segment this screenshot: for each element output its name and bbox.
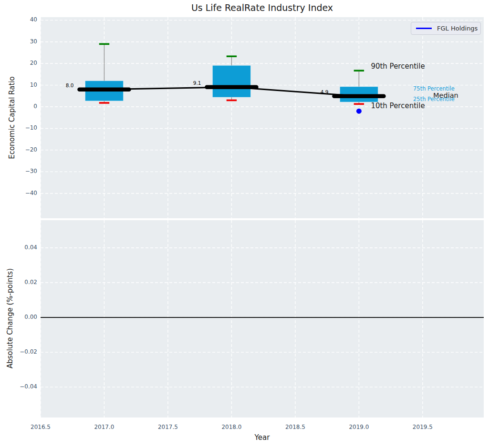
top-y-tick-label: −40 <box>0 190 37 196</box>
annotation-median: Median <box>433 92 458 100</box>
median-value-label-2017: 8.0 <box>66 82 74 88</box>
top-y-tick-label: 0 <box>0 103 37 110</box>
x-axis-label: Year <box>41 433 484 442</box>
bottom-y-tick-label: 0.00 <box>0 314 37 320</box>
x-tick-label: 2016.5 <box>24 424 57 430</box>
bottom-plot-area <box>41 220 484 417</box>
top-y-tick-label: −10 <box>0 124 37 131</box>
top-y-tick-label: −30 <box>0 168 37 174</box>
chart-title: Us Life RealRate Industry Index <box>41 2 484 13</box>
x-tick-label: 2017.0 <box>87 424 121 430</box>
top-y-tick-label: 10 <box>0 81 37 88</box>
legend: FGL Holdings <box>411 22 481 35</box>
fgl-holdings-point <box>356 109 362 114</box>
x-tick-label: 2019.0 <box>342 424 375 430</box>
top-plot-area: 8.09.14.990th Percentile10th Percentile7… <box>41 17 484 218</box>
bottom-y-tick-label: 0.04 <box>0 244 37 251</box>
plot-top-svg: 8.09.14.9 <box>41 17 484 218</box>
median-value-label-2019: 4.9 <box>321 89 329 95</box>
bottom-y-tick-label: 0.02 <box>0 279 37 285</box>
top-y-tick-label: 40 <box>0 16 37 23</box>
x-tick-label: 2017.5 <box>151 424 185 430</box>
x-tick-label: 2019.5 <box>406 424 439 430</box>
top-y-tick-label: 20 <box>0 60 37 66</box>
bottom-y-tick-label: −0.04 <box>0 383 37 390</box>
boxplot-box-2018 <box>212 65 250 97</box>
bottom-y-tick-label: −0.02 <box>0 348 37 355</box>
figure: Us Life RealRate Industry Index Economic… <box>0 0 489 448</box>
legend-line-sample <box>416 28 432 29</box>
annotation-75th-percentile: 75th Percentile <box>413 86 455 92</box>
median-value-label-2018: 9.1 <box>193 80 201 86</box>
top-y-tick-label: −20 <box>0 146 37 153</box>
top-y-tick-label: 30 <box>0 38 37 45</box>
annotation-90th-percentile: 90th Percentile <box>371 62 425 71</box>
legend-label: FGL Holdings <box>437 25 478 32</box>
plot-bottom-svg <box>41 220 484 417</box>
x-tick-label: 2018.5 <box>279 424 312 430</box>
annotation-10th-percentile: 10th Percentile <box>371 102 425 110</box>
x-tick-label: 2018.0 <box>215 424 248 430</box>
